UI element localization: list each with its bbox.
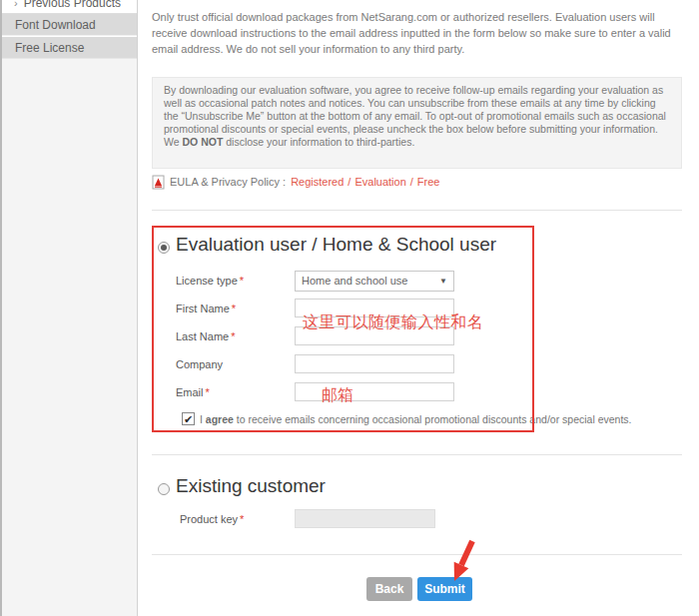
chevron-right-icon: ›	[14, 0, 18, 9]
first-name-label: First Name*	[176, 303, 236, 314]
required-asterisk: *	[240, 275, 244, 287]
sidebar-item-label: Free License	[15, 41, 84, 55]
notice-text-bold: DO NOT	[182, 136, 223, 148]
sidebar: ›Previous Products Font Download Free Li…	[0, 0, 138, 616]
pdf-icon	[152, 175, 165, 190]
evaluation-user-radio[interactable]	[158, 242, 170, 254]
link-separator: /	[348, 176, 350, 188]
divider	[152, 210, 682, 211]
existing-section-heading: Existing customer	[176, 475, 326, 497]
product-key-field[interactable]	[295, 509, 435, 528]
required-asterisk: *	[206, 386, 210, 398]
evaluation-section-heading: Evaluation user / Home & School user	[176, 234, 496, 256]
license-type-select[interactable]: Home and school use ▼	[295, 271, 454, 292]
divider	[152, 554, 682, 555]
email-label: Email*	[176, 386, 210, 398]
notice-box: By downloading our evaluation software, …	[152, 77, 682, 169]
last-name-field[interactable]	[295, 326, 454, 345]
notice-text: disclose your information to third-parti…	[223, 136, 414, 148]
eula-label: EULA & Privacy Policy :	[170, 176, 286, 188]
required-asterisk: *	[232, 303, 236, 314]
download-form-page: ›Previous Products Font Download Free Li…	[0, 0, 699, 616]
email-field[interactable]	[295, 382, 454, 401]
intro-text: Only trust official download packages fr…	[152, 9, 687, 57]
license-type-label: License type*	[176, 275, 244, 287]
back-button[interactable]: Back	[366, 577, 412, 601]
link-separator: /	[410, 176, 413, 188]
sidebar-item-label: Previous Products	[24, 0, 121, 10]
link-evaluation[interactable]: Evaluation	[354, 176, 405, 188]
agree-checkbox[interactable]: ✔	[182, 412, 195, 425]
product-key-label: Product key*	[180, 513, 244, 525]
agree-checkbox-label: I agree to receive emails concerning occ…	[200, 413, 632, 425]
link-registered[interactable]: Registered	[291, 176, 344, 188]
checkmark-icon: ✔	[184, 413, 193, 425]
sidebar-item-font-download[interactable]: Font Download	[2, 14, 137, 36]
chevron-down-icon: ▼	[439, 272, 447, 292]
link-free[interactable]: Free	[417, 176, 440, 188]
license-type-selected-value: Home and school use	[302, 275, 407, 287]
divider	[152, 454, 682, 455]
required-asterisk: *	[240, 513, 244, 525]
sidebar-item-previous-products[interactable]: ›Previous Products	[2, 0, 137, 14]
existing-customer-radio[interactable]	[158, 483, 170, 495]
sidebar-item-free-license[interactable]: Free License	[2, 37, 137, 59]
company-label: Company	[176, 358, 223, 370]
sidebar-background	[2, 59, 137, 616]
company-field[interactable]	[295, 354, 454, 373]
sidebar-item-label: Font Download	[15, 18, 96, 32]
eula-row: EULA & Privacy Policy : Registered / Eva…	[152, 174, 439, 190]
submit-button[interactable]: Submit	[417, 577, 472, 601]
required-asterisk: *	[231, 330, 235, 342]
last-name-label: Last Name*	[176, 330, 235, 342]
first-name-field[interactable]	[295, 299, 454, 317]
